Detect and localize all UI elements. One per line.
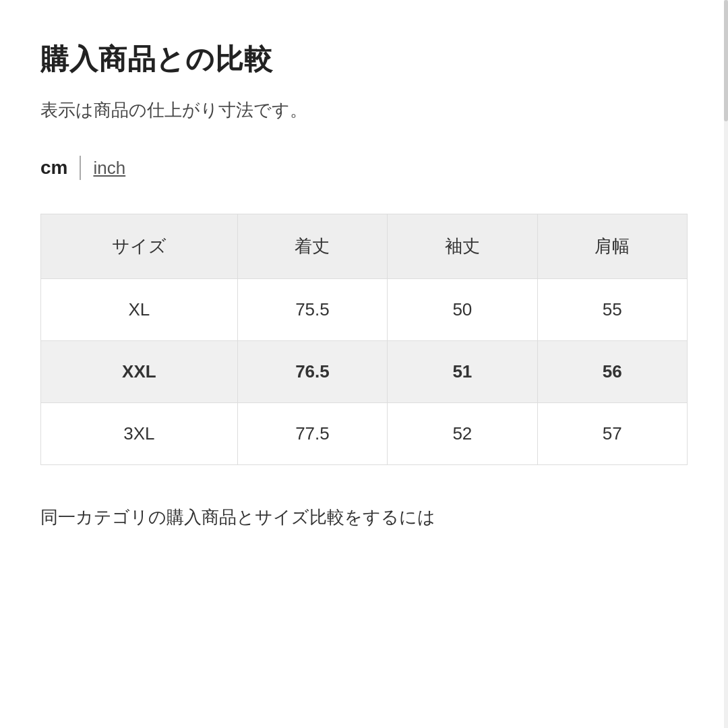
page-title: 購入商品との比較 [40,40,688,78]
cell-sleeve: 52 [388,403,537,465]
scrollbar-thumb[interactable] [724,0,728,121]
col-header-shoulder: 肩幅 [537,214,687,279]
cell-shoulder: 57 [537,403,687,465]
cell-size: XXL [41,341,238,403]
table-row: XXL76.55156 [41,341,688,403]
cell-size: 3XL [41,403,238,465]
cell-length: 77.5 [237,403,387,465]
col-header-length: 着丈 [237,214,387,279]
cell-sleeve: 51 [388,341,537,403]
col-header-sleeve: 袖丈 [388,214,537,279]
unit-toggle: cm inch [40,156,688,180]
cell-length: 76.5 [237,341,387,403]
unit-divider [80,156,81,180]
table-header-row: サイズ 着丈 袖丈 肩幅 [41,214,688,279]
size-table: サイズ 着丈 袖丈 肩幅 XL75.55055XXL76.551563XL77.… [40,214,688,465]
bottom-text: 同一カテゴリの購入商品とサイズ比較をするには [40,506,688,529]
table-row: XL75.55055 [41,279,688,341]
cell-length: 75.5 [237,279,387,341]
subtitle-text: 表示は商品の仕上がり寸法です。 [40,98,688,122]
table-row: 3XL77.55257 [41,403,688,465]
cell-shoulder: 56 [537,341,687,403]
unit-cm-label[interactable]: cm [40,157,67,179]
cell-sleeve: 50 [388,279,537,341]
cell-size: XL [41,279,238,341]
scrollbar-track [724,0,728,728]
cell-shoulder: 55 [537,279,687,341]
col-header-size: サイズ [41,214,238,279]
unit-inch-label[interactable]: inch [93,158,125,179]
